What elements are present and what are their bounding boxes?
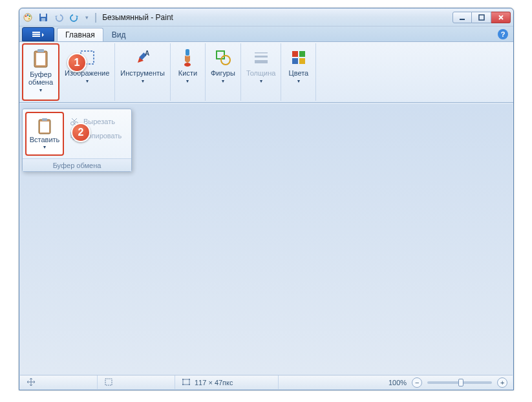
svg-point-22 xyxy=(221,56,230,65)
svg-rect-15 xyxy=(37,49,44,52)
paste-button[interactable]: Вставить ▾ xyxy=(25,112,64,156)
tabs-row: Главная Вид ? xyxy=(19,26,513,42)
save-icon[interactable] xyxy=(37,12,49,23)
maximize-button[interactable] xyxy=(472,12,491,23)
chevron-down-icon: ▾ xyxy=(222,78,224,84)
close-button[interactable] xyxy=(491,12,511,23)
chevron-down-icon: ▾ xyxy=(39,87,42,93)
svg-rect-12 xyxy=(32,36,40,37)
svg-rect-42 xyxy=(189,384,190,385)
paste-label: Вставить xyxy=(30,136,60,143)
ribbon-brushes-button[interactable]: Кисти ▾ xyxy=(171,43,206,101)
undo-icon[interactable] xyxy=(53,12,65,23)
svg-point-20 xyxy=(184,63,191,67)
redo-icon[interactable] xyxy=(69,12,80,23)
svg-rect-31 xyxy=(40,122,49,132)
svg-rect-29 xyxy=(299,58,305,64)
ribbon-colors-button[interactable]: Цвета ▾ xyxy=(281,43,316,101)
ribbon-tools-label: Инструменты xyxy=(120,69,165,77)
ribbon-tools-button[interactable]: A Инструменты ▾ xyxy=(115,43,171,101)
colors-icon xyxy=(288,47,309,68)
zoom-in-button[interactable]: + xyxy=(497,377,507,388)
ribbon-brushes-label: Кисти xyxy=(178,69,197,77)
app-icon xyxy=(22,12,34,23)
chevron-down-icon: ▾ xyxy=(260,78,262,84)
title-separator: | xyxy=(94,12,97,23)
app-title: Paint xyxy=(156,13,173,22)
zoom-slider[interactable] xyxy=(427,381,492,384)
svg-rect-7 xyxy=(41,18,45,21)
svg-rect-26 xyxy=(292,51,298,57)
svg-rect-11 xyxy=(32,34,40,35)
ribbon-clipboard-label: Буфер обмена xyxy=(28,70,53,86)
svg-rect-19 xyxy=(186,49,189,56)
status-dimensions: 117 × 47пкс xyxy=(175,376,279,389)
zoom-text: 100% xyxy=(388,379,407,386)
zoom-thumb[interactable] xyxy=(458,379,463,386)
ribbon-shapes-button[interactable]: Фигуры ▾ xyxy=(206,43,241,101)
svg-point-2 xyxy=(27,14,28,16)
clipboard-icon xyxy=(30,48,51,69)
clipboard-icon xyxy=(36,118,54,136)
canvas-size-icon xyxy=(182,377,191,388)
document-title: Безымянный xyxy=(102,13,149,22)
ribbon: Буфер обмена ▾ Изображение ▾ A Инструмен… xyxy=(19,42,513,103)
svg-rect-8 xyxy=(460,19,465,20)
svg-rect-39 xyxy=(182,379,184,380)
svg-rect-37 xyxy=(105,379,112,385)
svg-point-3 xyxy=(29,15,30,16)
dimensions-text: 117 × 47пкс xyxy=(195,379,233,386)
minimize-button[interactable] xyxy=(452,12,472,23)
ribbon-image-button[interactable]: Изображение ▾ xyxy=(59,43,115,101)
svg-rect-41 xyxy=(182,384,184,385)
cursor-pos-icon xyxy=(27,377,36,388)
status-cursor xyxy=(20,376,98,389)
svg-rect-21 xyxy=(217,51,224,59)
chevron-down-icon: ▾ xyxy=(86,78,89,84)
svg-rect-14 xyxy=(36,53,45,65)
svg-rect-28 xyxy=(292,58,298,64)
cut-label: Вырезать xyxy=(83,118,115,125)
chevron-down-icon: ▾ xyxy=(186,78,189,84)
svg-point-1 xyxy=(25,15,27,16)
svg-rect-9 xyxy=(479,15,484,20)
zoom-out-button[interactable]: − xyxy=(412,377,422,388)
quick-access-toolbar: ▾ xyxy=(37,12,89,23)
help-icon[interactable]: ? xyxy=(498,29,508,39)
svg-rect-10 xyxy=(32,32,40,33)
status-selection xyxy=(98,376,175,389)
app-window: ▾ | Безымянный - Paint Главная Вид ? Буф… xyxy=(19,8,514,390)
svg-rect-24 xyxy=(255,56,268,58)
svg-rect-23 xyxy=(255,52,268,54)
svg-point-33 xyxy=(71,122,74,125)
svg-rect-27 xyxy=(299,51,305,57)
ribbon-clipboard-button[interactable]: Буфер обмена ▾ xyxy=(22,43,59,101)
zoom-controls: 100% − + xyxy=(382,377,514,388)
file-menu-button[interactable] xyxy=(22,27,54,41)
chevron-down-icon: ▾ xyxy=(297,78,300,84)
svg-text:A: A xyxy=(145,50,149,57)
statusbar: 117 × 47пкс 100% − + xyxy=(20,375,513,389)
brush-icon xyxy=(177,47,198,68)
titlebar: ▾ | Безымянный - Paint xyxy=(19,8,513,26)
callout-1: 1 xyxy=(67,53,87,72)
svg-rect-38 xyxy=(183,379,189,385)
window-controls xyxy=(452,12,511,23)
chevron-down-icon: ▾ xyxy=(43,144,46,150)
svg-rect-25 xyxy=(255,60,268,63)
svg-point-4 xyxy=(28,17,30,19)
shapes-icon xyxy=(213,47,233,68)
dropdown-footer: Буфер обмена xyxy=(23,158,131,171)
svg-rect-32 xyxy=(42,118,47,121)
svg-rect-6 xyxy=(41,14,46,17)
qat-dropdown-icon[interactable]: ▾ xyxy=(84,14,89,21)
pencil-icon: A xyxy=(133,47,153,68)
chevron-down-icon: ▾ xyxy=(142,78,144,84)
title-dash: - xyxy=(149,13,156,22)
svg-rect-40 xyxy=(189,379,190,380)
tab-view[interactable]: Вид xyxy=(103,28,134,41)
thickness-icon xyxy=(251,47,271,68)
ribbon-thickness-label: Толщина xyxy=(246,69,276,77)
selection-size-icon xyxy=(104,377,113,388)
tab-home[interactable]: Главная xyxy=(57,28,103,41)
